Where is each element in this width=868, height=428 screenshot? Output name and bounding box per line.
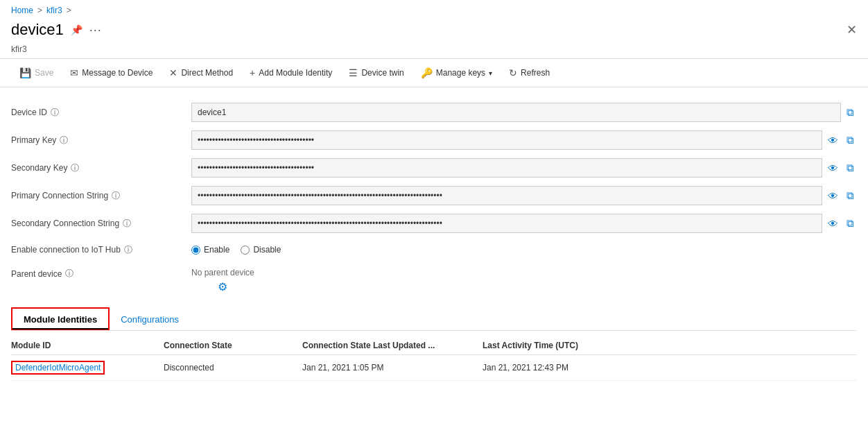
primary-conn-label: Primary Connection String ⓘ [11, 190, 191, 202]
pin-icon[interactable]: 📌 [71, 24, 83, 35]
tabs-section: Module Identities Configurations [11, 307, 857, 331]
primary-conn-control: 👁 ⧉ [191, 186, 857, 205]
device-twin-label: Device twin [361, 68, 403, 78]
enable-radio-option[interactable]: Enable [191, 245, 229, 255]
manage-keys-icon: 🔑 [421, 67, 433, 78]
copy-secondary-conn-button[interactable]: ⧉ [844, 216, 857, 231]
gear-icon-button[interactable]: ⚙ [191, 280, 254, 293]
primary-key-input-wrapper: 👁 ⧉ [191, 130, 857, 150]
primary-conn-row: Primary Connection String ⓘ 👁 ⧉ [11, 182, 857, 209]
col-module-id-header: Module ID [11, 341, 164, 350]
add-module-identity-label: Add Module Identity [259, 68, 332, 78]
secondary-conn-control: 👁 ⧉ [191, 214, 857, 233]
toggle-primary-key-button[interactable]: 👁 [825, 133, 841, 148]
breadcrumb-sep1: > [37, 6, 42, 15]
secondary-key-info-icon[interactable]: ⓘ [71, 162, 79, 174]
secondary-conn-info-icon[interactable]: ⓘ [123, 218, 131, 230]
breadcrumb: Home > kfir3 > [0, 0, 868, 18]
enable-conn-control: Enable Disable [191, 245, 857, 255]
page-subtitle: kfir3 [0, 44, 868, 58]
secondary-conn-label: Secondary Connection String ⓘ [11, 218, 191, 230]
disable-label: Disable [253, 245, 281, 255]
page-header: device1 📌 ··· ✕ [0, 18, 868, 44]
toggle-primary-conn-button[interactable]: 👁 [825, 189, 841, 203]
message-to-device-button[interactable]: ✉ Message to Device [62, 63, 161, 83]
device-twin-button[interactable]: ☰ Device twin [340, 63, 412, 83]
toggle-secondary-conn-button[interactable]: 👁 [825, 216, 841, 231]
page-title: device1 [11, 21, 64, 39]
primary-key-input[interactable] [191, 130, 822, 150]
secondary-conn-row: Secondary Connection String ⓘ 👁 ⧉ [11, 209, 857, 237]
module-id-cell: DefenderIotMicroAgent [11, 361, 164, 375]
secondary-key-control: 👁 ⧉ [191, 158, 857, 178]
secondary-key-input-wrapper: 👁 ⧉ [191, 158, 857, 178]
refresh-label: Refresh [521, 68, 550, 78]
enable-radio[interactable] [191, 246, 200, 255]
enable-conn-info-icon[interactable]: ⓘ [124, 244, 132, 256]
secondary-conn-input[interactable] [191, 214, 822, 233]
device-id-control: ⧉ [191, 103, 857, 122]
breadcrumb-kfir3[interactable]: kfir3 [46, 6, 62, 15]
secondary-key-label: Secondary Key ⓘ [11, 162, 191, 174]
parent-device-label: Parent device ⓘ [11, 268, 191, 280]
device-id-input-wrapper: ⧉ [191, 103, 857, 122]
enable-conn-row: Enable connection to IoT Hub ⓘ Enable Di… [11, 237, 857, 262]
add-icon: + [250, 67, 255, 78]
disable-radio[interactable] [241, 246, 250, 255]
refresh-button[interactable]: ↻ Refresh [501, 63, 558, 83]
manage-keys-label: Manage keys [436, 68, 485, 78]
secondary-key-input[interactable] [191, 158, 822, 178]
toolbar: 💾 Save ✉ Message to Device ✕ Direct Meth… [0, 58, 868, 87]
radio-group: Enable Disable [191, 245, 281, 255]
col-conn-state-header: Connection State [164, 341, 302, 350]
primary-conn-input-wrapper: 👁 ⧉ [191, 186, 857, 205]
direct-method-label: Direct Method [181, 68, 233, 78]
conn-state-cell: Disconnected [164, 363, 302, 373]
device-twin-icon: ☰ [349, 67, 358, 78]
enable-label: Enable [204, 245, 229, 255]
primary-key-row: Primary Key ⓘ 👁 ⧉ [11, 126, 857, 154]
copy-device-id-button[interactable]: ⧉ [844, 105, 857, 120]
device-id-info-icon[interactable]: ⓘ [51, 107, 59, 119]
parent-device-row: Parent device ⓘ No parent device ⚙ [11, 262, 857, 298]
direct-method-icon: ✕ [169, 67, 177, 78]
copy-primary-conn-button[interactable]: ⧉ [844, 188, 857, 203]
module-identities-tab[interactable]: Module Identities [12, 309, 108, 329]
manage-keys-button[interactable]: 🔑 Manage keys ▾ [413, 63, 501, 83]
last-activity-cell: Jan 21, 2021 12:43 PM [483, 363, 857, 373]
device-id-label: Device ID ⓘ [11, 107, 191, 119]
close-icon[interactable]: ✕ [847, 22, 857, 37]
copy-secondary-key-button[interactable]: ⧉ [844, 160, 857, 176]
form-section: Device ID ⓘ ⧉ Primary Key ⓘ 👁 ⧉ [11, 99, 857, 298]
tabs: Module Identities Configurations [11, 307, 857, 330]
secondary-conn-input-wrapper: 👁 ⧉ [191, 214, 857, 233]
primary-conn-input[interactable] [191, 186, 822, 205]
disable-radio-option[interactable]: Disable [241, 245, 281, 255]
toggle-secondary-key-button[interactable]: 👁 [825, 161, 841, 176]
col-conn-updated-header: Connection State Last Updated ... [302, 341, 483, 350]
parent-device-control: No parent device ⚙ [191, 268, 857, 293]
primary-key-control: 👁 ⧉ [191, 130, 857, 150]
save-label: Save [35, 68, 53, 78]
message-icon: ✉ [70, 67, 78, 78]
copy-primary-key-button[interactable]: ⧉ [844, 132, 857, 148]
table-section: Module ID Connection State Connection St… [11, 336, 857, 381]
enable-conn-label: Enable connection to IoT Hub ⓘ [11, 244, 191, 256]
breadcrumb-home[interactable]: Home [11, 6, 33, 15]
add-module-identity-button[interactable]: + Add Module Identity [241, 63, 340, 83]
ellipsis-icon[interactable]: ··· [89, 23, 102, 37]
save-icon: 💾 [19, 67, 31, 78]
primary-key-info-icon[interactable]: ⓘ [60, 135, 68, 146]
configurations-tab[interactable]: Configurations [110, 307, 190, 330]
direct-method-button[interactable]: ✕ Direct Method [161, 63, 241, 83]
save-button[interactable]: 💾 Save [11, 63, 62, 83]
module-identities-tab-wrapper: Module Identities [11, 307, 110, 330]
parent-device-info-icon[interactable]: ⓘ [65, 268, 73, 280]
no-parent-text: No parent device [191, 268, 254, 277]
chevron-down-icon: ▾ [489, 69, 492, 77]
refresh-icon: ↻ [509, 67, 517, 78]
primary-conn-info-icon[interactable]: ⓘ [112, 190, 120, 202]
table-header: Module ID Connection State Connection St… [11, 336, 857, 355]
device-id-input[interactable] [191, 103, 841, 122]
module-id-link[interactable]: DefenderIotMicroAgent [11, 361, 105, 375]
